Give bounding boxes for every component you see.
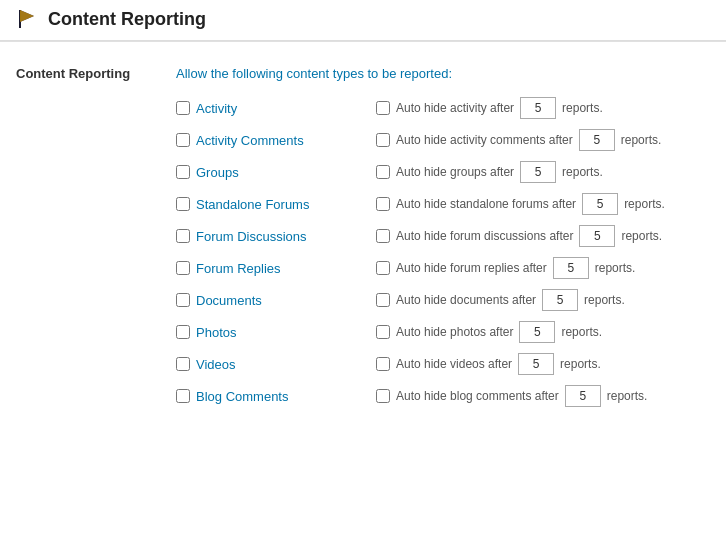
instruction-text: Allow the following content types to be … — [176, 66, 710, 81]
label-forum-replies: Forum Replies — [196, 261, 281, 276]
right-col-videos: Auto hide videos afterreports. — [376, 353, 601, 375]
checkbox-photos[interactable] — [176, 325, 190, 339]
label-documents: Documents — [196, 293, 262, 308]
auto-hide-text-forum-replies: Auto hide forum replies after — [396, 261, 547, 275]
checkbox-groups[interactable] — [176, 165, 190, 179]
left-col-blog-comments: Blog Comments — [176, 389, 376, 404]
auto-hide-checkbox-activity[interactable] — [376, 101, 390, 115]
right-col-activity: Auto hide activity afterreports. — [376, 97, 603, 119]
right-col-photos: Auto hide photos afterreports. — [376, 321, 602, 343]
right-col-groups: Auto hide groups afterreports. — [376, 161, 603, 183]
right-col-forum-discussions: Auto hide forum discussions afterreports… — [376, 225, 662, 247]
label-forum-discussions: Forum Discussions — [196, 229, 307, 244]
left-col-activity: Activity — [176, 101, 376, 116]
auto-hide-text-standalone-forums: Auto hide standalone forums after — [396, 197, 576, 211]
auto-hide-text-activity-comments: Auto hide activity comments after — [396, 133, 573, 147]
flag-icon — [16, 8, 38, 30]
auto-hide-text-videos: Auto hide videos after — [396, 357, 512, 371]
svg-marker-2 — [20, 10, 34, 22]
content-rows: ActivityAuto hide activity afterreports.… — [176, 97, 710, 407]
left-col-videos: Videos — [176, 357, 376, 372]
auto-hide-checkbox-blog-comments[interactable] — [376, 389, 390, 403]
number-input-activity[interactable] — [520, 97, 556, 119]
left-col-forum-replies: Forum Replies — [176, 261, 376, 276]
content-area: Content Reporting Allow the following co… — [0, 42, 726, 433]
right-col-standalone-forums: Auto hide standalone forums afterreports… — [376, 193, 665, 215]
left-col-forum-discussions: Forum Discussions — [176, 229, 376, 244]
number-input-groups[interactable] — [520, 161, 556, 183]
suffix-blog-comments: reports. — [607, 389, 648, 403]
right-col-blog-comments: Auto hide blog comments afterreports. — [376, 385, 647, 407]
suffix-photos: reports. — [561, 325, 602, 339]
checkbox-activity[interactable] — [176, 101, 190, 115]
content-row: Activity CommentsAuto hide activity comm… — [176, 129, 710, 151]
content-row: Standalone ForumsAuto hide standalone fo… — [176, 193, 710, 215]
content-row: PhotosAuto hide photos afterreports. — [176, 321, 710, 343]
auto-hide-checkbox-photos[interactable] — [376, 325, 390, 339]
number-input-documents[interactable] — [542, 289, 578, 311]
checkbox-videos[interactable] — [176, 357, 190, 371]
auto-hide-checkbox-documents[interactable] — [376, 293, 390, 307]
auto-hide-checkbox-groups[interactable] — [376, 165, 390, 179]
right-col-activity-comments: Auto hide activity comments afterreports… — [376, 129, 661, 151]
auto-hide-text-groups: Auto hide groups after — [396, 165, 514, 179]
auto-hide-text-forum-discussions: Auto hide forum discussions after — [396, 229, 573, 243]
left-col-photos: Photos — [176, 325, 376, 340]
number-input-activity-comments[interactable] — [579, 129, 615, 151]
auto-hide-text-photos: Auto hide photos after — [396, 325, 513, 339]
suffix-groups: reports. — [562, 165, 603, 179]
number-input-blog-comments[interactable] — [565, 385, 601, 407]
content-row: VideosAuto hide videos afterreports. — [176, 353, 710, 375]
number-input-standalone-forums[interactable] — [582, 193, 618, 215]
auto-hide-checkbox-forum-discussions[interactable] — [376, 229, 390, 243]
content-row: Blog CommentsAuto hide blog comments aft… — [176, 385, 710, 407]
checkbox-activity-comments[interactable] — [176, 133, 190, 147]
label-blog-comments: Blog Comments — [196, 389, 288, 404]
label-videos: Videos — [196, 357, 236, 372]
suffix-forum-discussions: reports. — [621, 229, 662, 243]
left-col-groups: Groups — [176, 165, 376, 180]
suffix-activity-comments: reports. — [621, 133, 662, 147]
auto-hide-checkbox-videos[interactable] — [376, 357, 390, 371]
right-col-documents: Auto hide documents afterreports. — [376, 289, 625, 311]
label-photos: Photos — [196, 325, 236, 340]
checkbox-forum-replies[interactable] — [176, 261, 190, 275]
label-groups: Groups — [196, 165, 239, 180]
suffix-documents: reports. — [584, 293, 625, 307]
checkbox-forum-discussions[interactable] — [176, 229, 190, 243]
auto-hide-checkbox-activity-comments[interactable] — [376, 133, 390, 147]
sidebar-label: Content Reporting — [16, 66, 176, 417]
content-row: Forum RepliesAuto hide forum replies aft… — [176, 257, 710, 279]
left-col-activity-comments: Activity Comments — [176, 133, 376, 148]
page-header: Content Reporting — [0, 0, 726, 41]
content-row: Forum DiscussionsAuto hide forum discuss… — [176, 225, 710, 247]
label-activity-comments: Activity Comments — [196, 133, 304, 148]
number-input-photos[interactable] — [519, 321, 555, 343]
left-col-documents: Documents — [176, 293, 376, 308]
content-row: GroupsAuto hide groups afterreports. — [176, 161, 710, 183]
auto-hide-checkbox-standalone-forums[interactable] — [376, 197, 390, 211]
right-panel: Allow the following content types to be … — [176, 66, 710, 417]
auto-hide-checkbox-forum-replies[interactable] — [376, 261, 390, 275]
auto-hide-text-blog-comments: Auto hide blog comments after — [396, 389, 559, 403]
suffix-videos: reports. — [560, 357, 601, 371]
checkbox-standalone-forums[interactable] — [176, 197, 190, 211]
content-row: DocumentsAuto hide documents afterreport… — [176, 289, 710, 311]
suffix-activity: reports. — [562, 101, 603, 115]
label-activity: Activity — [196, 101, 237, 116]
right-col-forum-replies: Auto hide forum replies afterreports. — [376, 257, 635, 279]
number-input-forum-discussions[interactable] — [579, 225, 615, 247]
left-col-standalone-forums: Standalone Forums — [176, 197, 376, 212]
suffix-standalone-forums: reports. — [624, 197, 665, 211]
auto-hide-text-activity: Auto hide activity after — [396, 101, 514, 115]
checkbox-blog-comments[interactable] — [176, 389, 190, 403]
auto-hide-text-documents: Auto hide documents after — [396, 293, 536, 307]
number-input-videos[interactable] — [518, 353, 554, 375]
page-title: Content Reporting — [48, 9, 206, 30]
checkbox-documents[interactable] — [176, 293, 190, 307]
content-row: ActivityAuto hide activity afterreports. — [176, 97, 710, 119]
suffix-forum-replies: reports. — [595, 261, 636, 275]
number-input-forum-replies[interactable] — [553, 257, 589, 279]
label-standalone-forums: Standalone Forums — [196, 197, 309, 212]
